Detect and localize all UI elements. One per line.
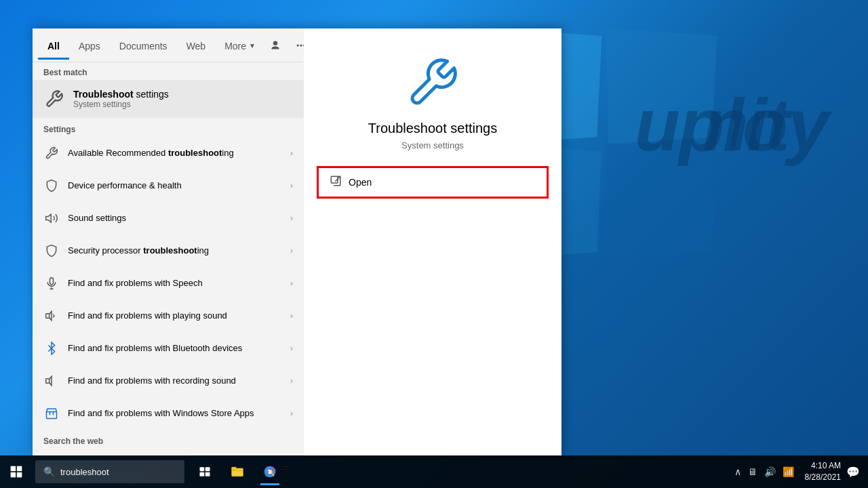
store-icon xyxy=(43,405,60,422)
detail-subtitle: System settings xyxy=(401,140,464,150)
svg-rect-9 xyxy=(47,412,57,419)
search-sidebar: All Apps Documents Web More ▼ Best match xyxy=(33,28,304,455)
chevron-right-icon-4: › xyxy=(290,246,293,256)
detail-icon xyxy=(406,56,460,110)
list-item-text-recording-sound: Find and fix problems with recording sou… xyxy=(68,375,282,387)
list-item-text-windows-store: Find and fix problems with Windows Store… xyxy=(68,408,282,420)
svg-rect-17 xyxy=(205,467,210,471)
taskbar: 🔍 xyxy=(0,455,868,488)
search-tabs: All Apps Documents Web More ▼ xyxy=(33,28,304,62)
list-item-text-device: Device performance & health xyxy=(68,180,282,192)
list-item-text-bluetooth: Find and fix problems with Bluetooth dev… xyxy=(68,343,282,354)
svg-rect-4 xyxy=(50,278,54,285)
clock-date: 8/28/2021 xyxy=(805,472,841,483)
list-item-text-recommended: Available Recommended troubleshooting xyxy=(68,148,282,159)
taskbar-search-bar[interactable]: 🔍 xyxy=(35,460,184,483)
best-match-title-bold: Troubleshoot xyxy=(73,89,134,100)
chevron-up-icon[interactable]: ∧ xyxy=(734,466,741,477)
speaker-playing-icon xyxy=(43,308,60,324)
list-item-sound-settings[interactable]: Sound settings › xyxy=(33,202,304,235)
chevron-right-icon-5: › xyxy=(290,279,293,288)
clock-time: 4:10 AM xyxy=(805,460,841,472)
taskview-button[interactable] xyxy=(190,457,220,487)
chevron-right-icon-9: › xyxy=(290,409,293,418)
svg-rect-21 xyxy=(232,467,237,469)
svg-rect-8 xyxy=(46,379,50,384)
chevron-right-icon-2: › xyxy=(290,181,293,190)
tab-more[interactable]: More ▼ xyxy=(215,31,265,60)
list-item-recommended-troubleshooting[interactable]: Available Recommended troubleshooting › xyxy=(33,137,304,169)
svg-rect-7 xyxy=(46,314,50,319)
list-item-text-security: Security processor troubleshooting xyxy=(68,245,282,257)
best-match-icon xyxy=(43,88,65,110)
taskbar-right: ∧ 🖥 🔊 📶 4:10 AM 8/28/2021 💬 xyxy=(734,460,868,483)
start-button[interactable] xyxy=(0,455,33,488)
list-item-fix-playing-sound[interactable]: Find and fix problems with playing sound… xyxy=(33,300,304,332)
svg-point-0 xyxy=(297,44,299,46)
list-item-fix-windows-store[interactable]: Find and fix problems with Windows Store… xyxy=(33,397,304,430)
search-person-icon[interactable] xyxy=(265,35,285,56)
tab-documents[interactable]: Documents xyxy=(110,31,177,60)
list-item-fix-bluetooth[interactable]: Find and fix problems with Bluetooth dev… xyxy=(33,332,304,365)
bing-search-icon xyxy=(43,454,60,455)
best-match-subtitle: System settings xyxy=(73,100,293,109)
more-chevron-icon: ▼ xyxy=(249,42,256,49)
notification-icon[interactable]: 💬 xyxy=(846,466,860,479)
svg-rect-13 xyxy=(17,466,22,472)
recording-icon xyxy=(43,373,60,389)
tab-actions xyxy=(265,35,304,56)
shield-icon-device xyxy=(43,178,60,194)
best-match-text: Troubleshoot settings System settings xyxy=(73,89,293,109)
svg-rect-16 xyxy=(200,467,205,471)
search-web-item[interactable]: troubleshoot - Search the web › xyxy=(33,449,304,455)
desktop-brand-suffix: nity xyxy=(703,81,827,167)
tab-apps[interactable]: Apps xyxy=(69,31,110,60)
svg-point-1 xyxy=(300,44,302,46)
chrome-button[interactable] xyxy=(255,457,285,487)
taskbar-search-input[interactable] xyxy=(60,467,176,477)
wrench-icon xyxy=(43,145,60,161)
best-match-item[interactable]: Troubleshoot settings System settings xyxy=(33,80,304,118)
list-item-fix-recording-sound[interactable]: Find and fix problems with recording sou… xyxy=(33,365,304,397)
open-external-icon xyxy=(330,175,342,190)
network-icon[interactable]: 🖥 xyxy=(748,466,757,477)
tab-web[interactable]: Web xyxy=(177,31,216,60)
best-match-title: Troubleshoot settings xyxy=(73,89,293,100)
list-item-security-processor[interactable]: Security processor troubleshooting › xyxy=(33,235,304,267)
svg-rect-15 xyxy=(17,472,22,478)
svg-rect-18 xyxy=(200,472,205,476)
chevron-right-icon: › xyxy=(290,148,293,158)
best-match-title-suffix: settings xyxy=(134,89,169,100)
chevron-right-icon-8: › xyxy=(290,376,293,386)
settings-section-label: Settings xyxy=(33,118,304,137)
best-match-label: Best match xyxy=(33,62,304,80)
list-item-fix-speech[interactable]: Find and fix problems with Speech › xyxy=(33,267,304,300)
bluetooth-icon xyxy=(43,340,60,357)
list-item-text-sound: Sound settings xyxy=(68,213,282,224)
speaker-icon xyxy=(43,210,60,226)
system-tray-icons: ∧ 🖥 🔊 📶 xyxy=(734,466,794,477)
chevron-right-icon-6: › xyxy=(290,311,293,321)
open-button[interactable]: Open xyxy=(317,167,548,198)
wifi-icon[interactable]: 📶 xyxy=(783,466,794,477)
search-web-label: Search the web xyxy=(33,430,304,449)
more-options-icon[interactable] xyxy=(291,35,304,56)
list-item-text-speech: Find and fix problems with Speech xyxy=(68,278,282,289)
list-item-text-playing-sound: Find and fix problems with playing sound xyxy=(68,310,282,322)
taskbar-clock[interactable]: 4:10 AM 8/28/2021 xyxy=(805,460,841,483)
svg-rect-12 xyxy=(11,466,16,472)
file-explorer-button[interactable] xyxy=(222,457,252,487)
taskbar-search-icon: 🔍 xyxy=(43,466,55,477)
detail-title: Troubleshoot settings xyxy=(368,121,497,136)
tab-all[interactable]: All xyxy=(38,31,69,60)
mic-icon xyxy=(43,275,60,291)
svg-marker-3 xyxy=(46,214,52,222)
volume-icon[interactable]: 🔊 xyxy=(764,466,776,477)
detail-panel: Troubleshoot settings System settings Op… xyxy=(304,28,561,455)
list-item-device-performance[interactable]: Device performance & health › xyxy=(33,169,304,202)
chevron-right-icon-7: › xyxy=(290,344,293,353)
open-button-label: Open xyxy=(349,177,372,188)
svg-rect-19 xyxy=(205,472,210,476)
chevron-right-icon-3: › xyxy=(290,214,293,223)
svg-rect-14 xyxy=(11,472,16,478)
